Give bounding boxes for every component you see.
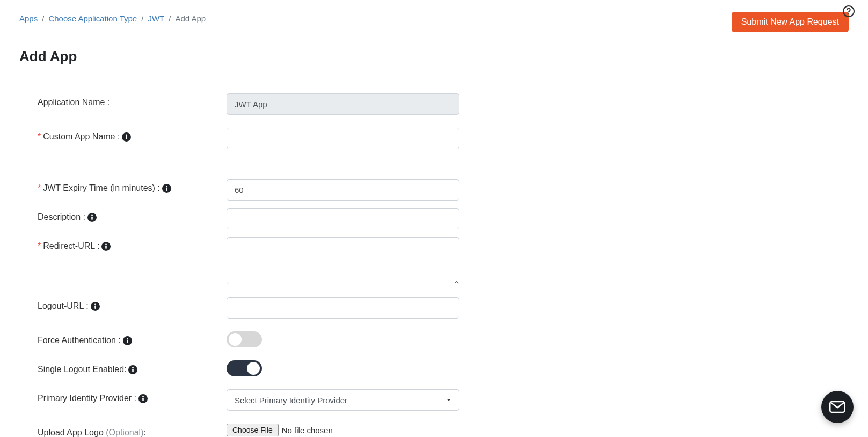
breadcrumb: Apps / Choose Application Type / JWT / A… xyxy=(19,12,206,23)
primary-idp-select[interactable]: Select Primary Identity Provider xyxy=(227,389,459,411)
required-asterisk: * xyxy=(38,183,41,193)
chat-fab-button[interactable] xyxy=(821,391,854,423)
submit-new-app-request-button[interactable]: Submit New App Request xyxy=(732,12,849,32)
svg-rect-8 xyxy=(91,217,93,220)
label-upload-logo-optional: (Optional) xyxy=(106,428,143,437)
label-force-authentication: Force Authentication : xyxy=(38,336,121,345)
required-asterisk: * xyxy=(38,132,41,142)
upload-logo-file-chooser[interactable]: Choose File No file chosen xyxy=(227,424,333,436)
breadcrumb-sep: / xyxy=(42,14,44,23)
file-chosen-status: No file chosen xyxy=(282,426,333,435)
label-single-logout: Single Logout Enabled: xyxy=(38,365,126,374)
info-icon[interactable] xyxy=(91,302,100,311)
svg-rect-2 xyxy=(126,136,128,139)
label-redirect-url: Redirect-URL : xyxy=(43,241,99,251)
svg-rect-23 xyxy=(142,398,144,401)
svg-rect-11 xyxy=(106,246,107,249)
info-icon[interactable] xyxy=(138,394,148,403)
required-asterisk: * xyxy=(38,241,41,251)
svg-rect-17 xyxy=(127,340,128,343)
breadcrumb-choose-type[interactable]: Choose Application Type xyxy=(48,14,137,23)
svg-point-25 xyxy=(848,13,849,14)
breadcrumb-sep: / xyxy=(169,14,171,23)
label-upload-logo-suffix: : xyxy=(143,428,145,437)
add-app-form: Application Name : * Custom App Name : *… xyxy=(19,77,849,437)
svg-point-10 xyxy=(105,243,107,245)
breadcrumb-jwt[interactable]: JWT xyxy=(148,14,164,23)
page-title: Add App xyxy=(19,48,849,65)
choose-file-button[interactable]: Choose File xyxy=(227,424,279,436)
single-logout-toggle[interactable] xyxy=(227,360,262,376)
info-icon[interactable] xyxy=(87,213,97,222)
application-name-input xyxy=(227,93,459,115)
logout-url-input[interactable] xyxy=(227,297,459,319)
info-icon[interactable] xyxy=(162,184,171,193)
label-description: Description : xyxy=(38,212,85,222)
svg-point-4 xyxy=(166,186,167,187)
force-authentication-toggle[interactable] xyxy=(227,331,262,347)
svg-point-22 xyxy=(142,396,144,397)
jwt-expiry-input[interactable] xyxy=(227,179,459,201)
label-jwt-expiry: JWT Expiry Time (in minutes) : xyxy=(43,183,160,193)
svg-point-1 xyxy=(126,134,127,136)
info-icon[interactable] xyxy=(101,242,111,251)
label-upload-logo: Upload App Logo xyxy=(38,428,106,437)
svg-rect-20 xyxy=(133,369,134,372)
info-icon[interactable] xyxy=(128,365,137,374)
svg-rect-14 xyxy=(94,306,96,309)
info-icon[interactable] xyxy=(123,336,132,345)
description-input[interactable] xyxy=(227,208,459,229)
label-logout-url: Logout-URL : xyxy=(38,301,89,311)
svg-point-16 xyxy=(127,338,128,339)
label-custom-app-name: Custom App Name : xyxy=(43,132,120,142)
breadcrumb-current: Add App xyxy=(175,14,206,23)
custom-app-name-input[interactable] xyxy=(227,128,459,149)
help-icon[interactable] xyxy=(842,4,856,18)
breadcrumb-sep: / xyxy=(141,14,143,23)
svg-rect-5 xyxy=(166,188,167,191)
label-application-name: Application Name : xyxy=(38,98,110,107)
svg-point-13 xyxy=(94,303,96,305)
redirect-url-input[interactable] xyxy=(227,237,459,284)
label-primary-idp: Primary Identity Provider : xyxy=(38,394,136,403)
svg-point-19 xyxy=(132,367,134,368)
svg-point-7 xyxy=(91,214,93,216)
breadcrumb-apps[interactable]: Apps xyxy=(19,14,38,23)
info-icon[interactable] xyxy=(122,132,131,142)
